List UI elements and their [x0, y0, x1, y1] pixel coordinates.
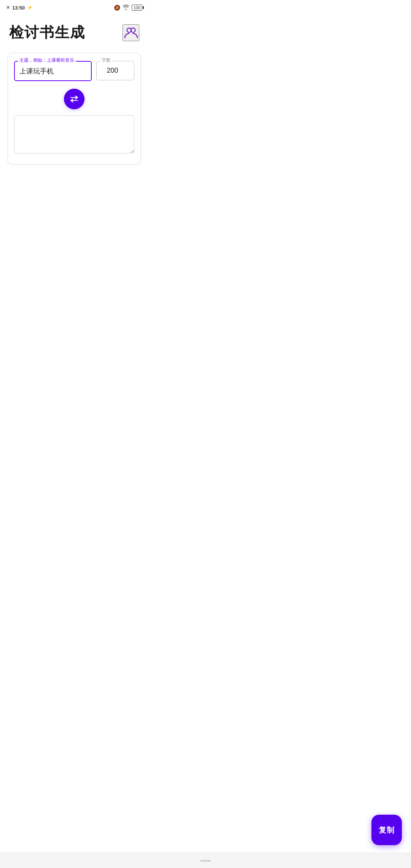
sim-icon: ✕	[6, 5, 10, 10]
input-row: 主题，例如：上课看听音乐 字数	[14, 61, 134, 81]
time-display: 13:50	[12, 5, 25, 11]
status-left: ✕ 13:50 ⚡	[6, 5, 33, 11]
wordcount-field-wrapper: 字数	[96, 61, 134, 80]
swap-button-container	[14, 89, 134, 109]
wordcount-input[interactable]	[96, 61, 134, 80]
header: 检讨书生成	[0, 17, 148, 47]
swap-icon	[69, 94, 80, 104]
wordcount-label: 字数	[100, 57, 112, 64]
wifi-icon	[123, 5, 129, 11]
page-title: 检讨书生成	[9, 23, 85, 42]
swap-button[interactable]	[64, 89, 84, 109]
status-bar: ✕ 13:50 ⚡ 🔕 100	[0, 0, 148, 14]
battery-icon: 100	[132, 5, 142, 11]
theme-input[interactable]	[14, 61, 92, 81]
user-icon	[124, 26, 138, 40]
main-card: 主题，例如：上课看听音乐 字数	[8, 53, 141, 164]
theme-field-wrapper: 主题，例如：上课看听音乐	[14, 61, 92, 81]
status-right: 🔕 100	[114, 5, 142, 11]
usb-icon: ⚡	[27, 5, 33, 10]
user-profile-button[interactable]	[123, 24, 139, 41]
bell-icon: 🔕	[114, 5, 120, 11]
output-textarea[interactable]	[14, 115, 134, 153]
theme-label: 主题，例如：上课看听音乐	[18, 57, 76, 64]
